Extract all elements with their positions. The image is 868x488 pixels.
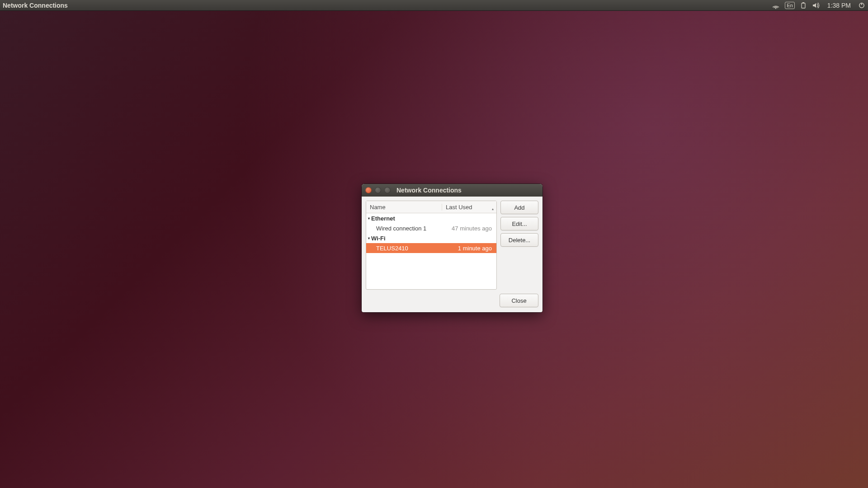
connection-row[interactable]: TELUS2410 1 minute ago xyxy=(366,243,496,253)
expander-icon: ▾ xyxy=(368,216,370,221)
window-maximize-button[interactable] xyxy=(384,187,391,193)
add-button[interactable]: Add xyxy=(500,201,538,214)
svg-point-0 xyxy=(775,8,776,9)
column-headers: Name Last Used ▴ xyxy=(366,201,496,213)
connection-last-used: 1 minute ago xyxy=(441,245,496,252)
keyboard-layout-indicator[interactable]: En xyxy=(785,2,794,9)
column-last-used[interactable]: Last Used ▴ xyxy=(442,204,496,211)
expander-icon: ▾ xyxy=(368,236,370,240)
group-ethernet[interactable]: ▾ Ethernet xyxy=(366,213,496,223)
connection-name: TELUS2410 xyxy=(376,245,441,252)
svg-rect-2 xyxy=(802,2,804,3)
network-connections-dialog: Network Connections Name Last Used ▴ ▾ E… xyxy=(362,184,542,312)
connection-last-used: 47 minutes ago xyxy=(441,225,496,232)
window-close-button[interactable] xyxy=(365,187,372,193)
battery-indicator-icon[interactable] xyxy=(800,2,807,9)
group-wifi[interactable]: ▾ Wi-Fi xyxy=(366,233,496,243)
window-minimize-button[interactable] xyxy=(375,187,381,193)
session-indicator-icon[interactable] xyxy=(858,2,865,9)
connection-name: Wired connection 1 xyxy=(376,225,441,232)
sort-indicator-icon: ▴ xyxy=(492,207,494,211)
top-panel: Network Connections En 1:38 PM xyxy=(0,0,868,11)
clock[interactable]: 1:38 PM xyxy=(827,2,851,9)
network-indicator-icon[interactable] xyxy=(772,2,779,9)
dialog-title: Network Connections xyxy=(396,187,462,194)
svg-rect-1 xyxy=(802,3,805,8)
dialog-titlebar[interactable]: Network Connections xyxy=(362,184,542,197)
edit-button[interactable]: Edit... xyxy=(500,217,538,230)
active-app-title: Network Connections xyxy=(3,2,68,9)
group-label: Ethernet xyxy=(371,215,395,222)
connection-row[interactable]: Wired connection 1 47 minutes ago xyxy=(366,223,496,233)
connections-list: Name Last Used ▴ ▾ Ethernet Wired connec… xyxy=(366,201,497,290)
group-label: Wi-Fi xyxy=(371,235,386,242)
column-last-used-label: Last Used xyxy=(446,204,472,211)
delete-button[interactable]: Delete... xyxy=(500,233,538,247)
column-name[interactable]: Name xyxy=(366,204,442,211)
close-button[interactable]: Close xyxy=(500,294,538,307)
sound-indicator-icon[interactable] xyxy=(812,2,820,9)
